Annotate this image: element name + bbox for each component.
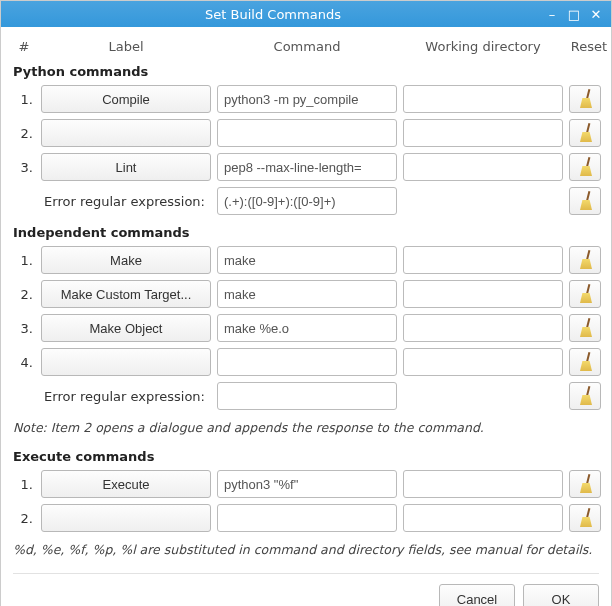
reset-button[interactable]: [569, 119, 601, 147]
command-input[interactable]: [217, 119, 397, 147]
command-input[interactable]: [217, 153, 397, 181]
execute-row-1: 1. Execute: [13, 470, 599, 498]
wd-input[interactable]: [403, 280, 563, 308]
python-regex-row: Error regular expression:: [13, 187, 599, 215]
regex-label: Error regular expression:: [13, 389, 211, 404]
label-button-empty[interactable]: [41, 504, 211, 532]
row-number: 3.: [13, 160, 35, 175]
header-label: Label: [41, 39, 211, 54]
dialog-window: Set Build Commands – □ ✕ # Label Command…: [0, 0, 612, 606]
python-row-2: 2.: [13, 119, 599, 147]
command-input[interactable]: [217, 470, 397, 498]
regex-label: Error regular expression:: [13, 194, 211, 209]
wd-input[interactable]: [403, 314, 563, 342]
independent-row-4: 4.: [13, 348, 599, 376]
row-number: 1.: [13, 477, 35, 492]
wd-input[interactable]: [403, 153, 563, 181]
reset-button[interactable]: [569, 187, 601, 215]
reset-button[interactable]: [569, 85, 601, 113]
command-input[interactable]: [217, 314, 397, 342]
command-input[interactable]: [217, 246, 397, 274]
independent-regex-row: Error regular expression:: [13, 382, 599, 410]
section-python-title: Python commands: [13, 60, 599, 85]
row-number: 3.: [13, 321, 35, 336]
reset-button[interactable]: [569, 348, 601, 376]
broom-icon: [577, 157, 593, 177]
dialog-button-bar: Cancel OK: [13, 573, 599, 606]
regex-input[interactable]: [217, 187, 397, 215]
broom-icon: [577, 123, 593, 143]
broom-icon: [577, 191, 593, 211]
section-independent-title: Independent commands: [13, 221, 599, 246]
label-button-empty[interactable]: [41, 119, 211, 147]
header-reset: Reset: [569, 39, 609, 54]
dialog-content: # Label Command Working directory Reset …: [1, 27, 611, 606]
wd-input[interactable]: [403, 348, 563, 376]
close-icon[interactable]: ✕: [587, 5, 605, 23]
reset-button[interactable]: [569, 504, 601, 532]
title-bar: Set Build Commands – □ ✕: [1, 1, 611, 27]
execute-row-2: 2.: [13, 504, 599, 532]
row-number: 4.: [13, 355, 35, 370]
label-button-empty[interactable]: [41, 348, 211, 376]
independent-row-3: 3. Make Object: [13, 314, 599, 342]
row-number: 1.: [13, 92, 35, 107]
python-row-1: 1. Compile: [13, 85, 599, 113]
reset-button[interactable]: [569, 314, 601, 342]
independent-row-2: 2. Make Custom Target...: [13, 280, 599, 308]
python-row-3: 3. Lint: [13, 153, 599, 181]
regex-input[interactable]: [217, 382, 397, 410]
section-execute-title: Execute commands: [13, 445, 599, 470]
minimize-icon[interactable]: –: [543, 5, 561, 23]
label-button-make[interactable]: Make: [41, 246, 211, 274]
ok-button[interactable]: OK: [523, 584, 599, 606]
row-number: 2.: [13, 126, 35, 141]
reset-button[interactable]: [569, 470, 601, 498]
label-button-lint[interactable]: Lint: [41, 153, 211, 181]
note-execute: %d, %e, %f, %p, %l are substituted in co…: [13, 538, 599, 567]
command-input[interactable]: [217, 504, 397, 532]
label-button-make-custom[interactable]: Make Custom Target...: [41, 280, 211, 308]
command-input[interactable]: [217, 348, 397, 376]
command-input[interactable]: [217, 85, 397, 113]
reset-button[interactable]: [569, 153, 601, 181]
reset-button[interactable]: [569, 382, 601, 410]
command-input[interactable]: [217, 280, 397, 308]
row-number: 2.: [13, 287, 35, 302]
broom-icon: [577, 508, 593, 528]
broom-icon: [577, 386, 593, 406]
header-command: Command: [217, 39, 397, 54]
note-independent: Note: Item 2 opens a dialogue and append…: [13, 416, 599, 445]
broom-icon: [577, 250, 593, 270]
wd-input[interactable]: [403, 470, 563, 498]
broom-icon: [577, 318, 593, 338]
header-wd: Working directory: [403, 39, 563, 54]
reset-button[interactable]: [569, 280, 601, 308]
broom-icon: [577, 352, 593, 372]
maximize-icon[interactable]: □: [565, 5, 583, 23]
wd-input[interactable]: [403, 504, 563, 532]
label-button-make-object[interactable]: Make Object: [41, 314, 211, 342]
independent-row-1: 1. Make: [13, 246, 599, 274]
cancel-button[interactable]: Cancel: [439, 584, 515, 606]
window-title: Set Build Commands: [7, 7, 539, 22]
row-number: 1.: [13, 253, 35, 268]
label-button-compile[interactable]: Compile: [41, 85, 211, 113]
label-button-execute[interactable]: Execute: [41, 470, 211, 498]
broom-icon: [577, 89, 593, 109]
broom-icon: [577, 284, 593, 304]
column-headers: # Label Command Working directory Reset: [13, 35, 599, 60]
broom-icon: [577, 474, 593, 494]
header-num: #: [13, 39, 35, 54]
wd-input[interactable]: [403, 85, 563, 113]
wd-input[interactable]: [403, 119, 563, 147]
reset-button[interactable]: [569, 246, 601, 274]
row-number: 2.: [13, 511, 35, 526]
wd-input[interactable]: [403, 246, 563, 274]
